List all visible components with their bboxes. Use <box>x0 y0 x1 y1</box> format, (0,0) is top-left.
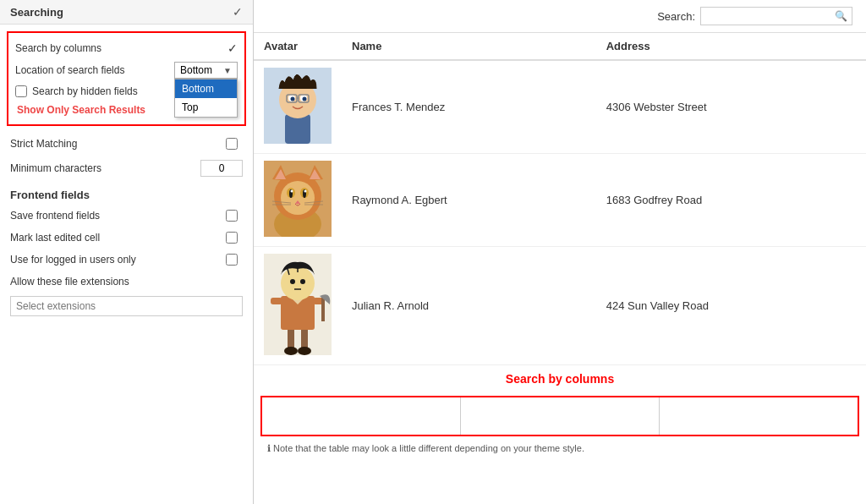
table-header-row: Avatar Name Address <box>254 33 866 60</box>
use-logged-in-label: Use for logged in users only <box>10 254 136 266</box>
section-title: Searching <box>10 6 63 19</box>
allow-extensions-label: Allow these file extensions <box>10 276 129 288</box>
svg-rect-1 <box>285 114 310 144</box>
svg-point-5 <box>291 97 295 101</box>
search-by-columns-row: Search by columns ✓ <box>15 38 238 58</box>
section-checkmark: ✓ <box>233 5 243 19</box>
hidden-fields-checkbox[interactable] <box>15 85 27 97</box>
address-cell-3: 424 Sun Valley Road <box>596 247 866 365</box>
location-label: Location of search fields <box>15 64 124 76</box>
min-chars-label: Minimum characters <box>10 162 101 174</box>
location-dropdown-container: Bottom ▼ Bottom Top <box>174 62 238 79</box>
col-header-name: Name <box>342 33 596 60</box>
location-dropdown-menu: Bottom Top <box>174 79 238 118</box>
svg-point-17 <box>281 181 315 215</box>
save-frontend-label: Save frontend fields <box>10 210 100 222</box>
search-options-box: Search by columns ✓ Location of search f… <box>7 31 246 126</box>
search-by-columns-check: ✓ <box>227 41 238 55</box>
save-frontend-checkbox[interactable] <box>226 210 238 222</box>
search-by-columns-label: Search by columns <box>15 42 101 54</box>
dropdown-option-bottom[interactable]: Bottom <box>175 79 237 98</box>
mark-last-edited-label: Mark last edited cell <box>10 232 100 244</box>
name-cell-2: Raymond A. Egbert <box>342 154 596 247</box>
mark-last-edited-row: Mark last edited cell <box>0 227 253 249</box>
right-panel: Search: 🔍 Avatar Name Address <box>254 0 866 504</box>
use-logged-in-checkbox[interactable] <box>226 254 238 266</box>
location-row: Location of search fields Bottom ▼ Botto… <box>15 58 238 82</box>
search-label: Search: <box>657 10 695 23</box>
avatar-image-1 <box>264 68 332 144</box>
svg-point-42 <box>290 279 295 284</box>
svg-rect-36 <box>271 298 282 304</box>
strict-matching-label: Strict Matching <box>10 138 77 150</box>
address-cell-1: 4306 Webster Street <box>596 60 866 154</box>
bottom-search-input-avatar[interactable] <box>262 397 461 435</box>
bottom-search-inputs-box <box>260 396 859 436</box>
search-by-columns-highlight: Search by columns <box>254 365 866 392</box>
strict-matching-checkbox[interactable] <box>226 138 238 150</box>
svg-point-22 <box>291 190 293 193</box>
search-input-wrapper: 🔍 <box>700 7 852 25</box>
search-icon: 🔍 <box>835 10 847 22</box>
min-chars-input[interactable]: 0 <box>200 160 243 177</box>
strict-matching-row: Strict Matching <box>0 133 253 155</box>
bottom-search-input-address[interactable] <box>660 397 858 435</box>
svg-point-23 <box>304 190 307 193</box>
frontend-fields-title: Frontend fields <box>10 189 90 201</box>
frontend-fields-header: Frontend fields <box>0 182 253 205</box>
allow-extensions-row: Allow these file extensions <box>0 271 253 293</box>
table-row: Frances T. Mendez 4306 Webster Street <box>254 60 866 154</box>
use-logged-in-row: Use for logged in users only <box>0 249 253 271</box>
show-only-label: Show Only Search Results <box>17 104 145 116</box>
min-chars-row: Minimum characters 0 <box>0 155 253 182</box>
name-cell-3: Julian R. Arnold <box>342 247 596 365</box>
svg-point-43 <box>300 279 305 284</box>
table-row: Julian R. Arnold 424 Sun Valley Road <box>254 247 866 365</box>
name-cell-1: Frances T. Mendez <box>342 60 596 154</box>
note-text: ℹ Note that the table may look a little … <box>254 440 866 457</box>
location-dropdown-button[interactable]: Bottom ▼ <box>174 62 238 79</box>
section-header-searching: Searching ✓ <box>0 0 253 25</box>
dropdown-option-top[interactable]: Top <box>175 98 237 117</box>
top-search-input[interactable] <box>700 7 852 25</box>
table-wrapper: Avatar Name Address <box>254 33 866 457</box>
avatar-image-3 <box>264 254 332 355</box>
mark-last-edited-checkbox[interactable] <box>226 232 238 244</box>
avatar-cell-1 <box>254 60 342 154</box>
search-by-columns-text: Search by columns <box>506 372 614 386</box>
address-cell-2: 1683 Godfrey Road <box>596 154 866 247</box>
hidden-fields-label: Search by hidden fields <box>32 85 138 97</box>
left-panel: Searching ✓ Search by columns ✓ Location… <box>0 0 254 504</box>
data-table: Avatar Name Address <box>254 33 866 365</box>
col-header-address: Address <box>596 33 866 60</box>
svg-point-33 <box>298 347 311 355</box>
avatar-image-2 <box>264 161 332 237</box>
top-search-bar: Search: 🔍 <box>254 0 866 33</box>
avatar-cell-3 <box>254 247 342 365</box>
save-frontend-row: Save frontend fields <box>0 205 253 227</box>
dropdown-arrow-icon: ▼ <box>223 66 232 75</box>
svg-point-6 <box>303 97 307 101</box>
table-row: Raymond A. Egbert 1683 Godfrey Road <box>254 154 866 247</box>
extensions-input[interactable] <box>10 296 243 316</box>
avatar-cell-2 <box>254 154 342 247</box>
dropdown-value: Bottom <box>180 64 212 76</box>
col-header-avatar: Avatar <box>254 33 342 60</box>
svg-rect-38 <box>321 296 325 321</box>
bottom-search-input-name[interactable] <box>461 397 660 435</box>
svg-point-32 <box>284 347 298 355</box>
